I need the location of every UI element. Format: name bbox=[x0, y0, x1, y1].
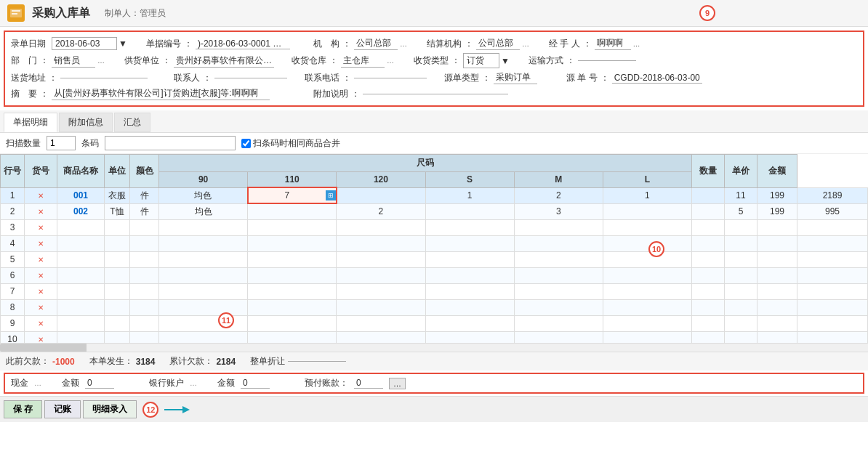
prepay-value[interactable]: 0 bbox=[354, 378, 383, 389]
receive-type-value: 订货 bbox=[463, 53, 499, 68]
badge-10: 10 bbox=[648, 241, 664, 257]
receive-type-label: 收货类型 bbox=[414, 54, 449, 67]
cell-size-110[interactable]: 2 bbox=[337, 203, 425, 219]
extra-value bbox=[363, 94, 508, 94]
row-icon-x[interactable]: ✕ bbox=[38, 240, 44, 248]
cell-size-s[interactable]: 1 bbox=[603, 187, 691, 203]
col-item-code: 货号 bbox=[25, 155, 57, 188]
cell-size-90[interactable] bbox=[248, 203, 337, 219]
cell-size-110[interactable] bbox=[337, 187, 425, 203]
handler-value: 啊啊啊 bbox=[595, 37, 631, 50]
merge-checkbox-label[interactable]: 扫条码时相同商品合并 bbox=[241, 137, 340, 150]
cell-size-120[interactable]: 1 bbox=[425, 187, 514, 203]
cell-color: 均色 bbox=[159, 203, 248, 219]
merge-checkbox[interactable] bbox=[241, 139, 251, 148]
table-row: 7 ✕ bbox=[1, 283, 868, 299]
col-row-num: 行号 bbox=[1, 155, 25, 188]
bank-amount[interactable]: 0 bbox=[241, 378, 270, 389]
svg-rect-2 bbox=[12, 13, 17, 15]
bottom-info: 此前欠款： -1000 本单发生： 3184 累计欠款： 2184 整单折让 bbox=[0, 352, 868, 370]
memo-value: 从[贵州好易事软件有限公司]订货购进[衣服]等:啊啊啊 bbox=[52, 87, 270, 100]
source-type-label: 源单类型 bbox=[444, 72, 479, 84]
row-icon-x[interactable]: ✕ bbox=[38, 256, 44, 264]
col-qty: 数量 bbox=[692, 155, 725, 188]
source-num-value: CGDD-2018-06-03-00 bbox=[612, 73, 702, 84]
source-num-label: 源 单 号 bbox=[566, 72, 598, 84]
table-row: 9 ✕ bbox=[1, 315, 868, 331]
scan-qty-label: 扫描数量 bbox=[6, 137, 41, 150]
discount-value[interactable] bbox=[288, 361, 346, 362]
row-icon-x[interactable]: ✕ bbox=[38, 192, 44, 200]
table-container: 行号 货号 商品名称 单位 颜色 尺码 数量 单价 金额 90 110 120 … bbox=[0, 154, 868, 343]
cell-unit: 件 bbox=[130, 203, 159, 219]
row-icon-x[interactable]: ✕ bbox=[38, 272, 44, 280]
cell-amount: 2189 bbox=[797, 187, 868, 203]
cell-size-200[interactable]: 2 bbox=[514, 187, 603, 203]
header-form: 录单日期 2018-06-03 ▼ 单据编号 ： )-2018-06-03-00… bbox=[4, 31, 864, 107]
tab-extra[interactable]: 附加信息 bbox=[59, 113, 113, 132]
action-bar: 保 存 记账 明细录入 12 bbox=[0, 396, 868, 422]
cell-qty: 11 bbox=[725, 187, 758, 203]
scan-barcode-label: 条码 bbox=[81, 137, 99, 150]
col-size-m: M bbox=[514, 172, 603, 188]
cash-dots[interactable]: … bbox=[34, 379, 41, 387]
col-size-l: L bbox=[603, 172, 691, 188]
badge-12: 12 bbox=[142, 402, 158, 418]
org-value: 公司总部 bbox=[354, 37, 398, 50]
form-row-2: 部 门 ： 销售员 … 供货单位 ： 贵州好易事软件有限公… 收货仓库 ： 主仓… bbox=[11, 52, 857, 70]
form-row-3: 送货地址 ： 联系人 ： 联系电话 ： 源单类型 ： 采购订单 源 单 号 ： … bbox=[11, 70, 857, 86]
cell-amount: 995 bbox=[797, 203, 868, 219]
tab-summary[interactable]: 汇总 bbox=[114, 113, 150, 132]
table-row: 4 ✕ bbox=[1, 235, 868, 251]
cell-size-90[interactable]: 7 ⊞ bbox=[248, 187, 337, 203]
table-row: 6 ✕ bbox=[1, 267, 868, 283]
col-size-s: S bbox=[425, 172, 514, 188]
prev-debt: 此前欠款： -1000 bbox=[6, 355, 75, 368]
prev-debt-value: -1000 bbox=[52, 357, 75, 367]
bank-dots[interactable]: … bbox=[190, 379, 197, 387]
contact-label: 联系人 bbox=[174, 72, 200, 84]
table-row: 8 ✕ bbox=[1, 299, 868, 315]
settle-label: 结算机构 bbox=[427, 38, 462, 50]
cell-size-200[interactable]: 3 bbox=[514, 203, 603, 219]
extra-label: 附加说明 bbox=[313, 88, 348, 100]
dept-label: 部 门 bbox=[11, 54, 37, 67]
cell-size-m[interactable] bbox=[692, 203, 725, 219]
col-item-name: 商品名称 bbox=[57, 155, 105, 188]
warehouse-label: 收货仓库 bbox=[292, 54, 326, 67]
scan-qty-input[interactable] bbox=[47, 136, 76, 150]
row-icon-x[interactable]: ✕ bbox=[38, 208, 44, 216]
table-row: 3 ✕ bbox=[1, 219, 868, 235]
col-size-90: 90 bbox=[159, 172, 248, 188]
row-icon-x[interactable]: ✕ bbox=[38, 224, 44, 232]
cell-code: 001 bbox=[57, 187, 105, 203]
detail-button[interactable]: 明细录入 bbox=[83, 400, 137, 418]
address-label: 送货地址 bbox=[11, 72, 46, 84]
scan-barcode-input[interactable] bbox=[105, 136, 236, 150]
account-button[interactable]: 记账 bbox=[44, 400, 81, 418]
row-icon-x[interactable]: ✕ bbox=[38, 304, 44, 312]
row-icon-x[interactable]: ✕ bbox=[38, 288, 44, 296]
cell-size-s[interactable] bbox=[603, 203, 691, 219]
col-amount: 金额 bbox=[758, 155, 797, 188]
merge-label: 扫条码时相同商品合并 bbox=[253, 137, 340, 150]
cell-edit-icon[interactable]: ⊞ bbox=[326, 190, 336, 200]
cell-code: 002 bbox=[57, 203, 105, 219]
tabs-bar: 单据明细 附加信息 汇总 bbox=[0, 110, 868, 133]
memo-label: 摘 要 bbox=[11, 88, 37, 100]
cash-amount[interactable]: 0 bbox=[85, 378, 114, 389]
tab-detail[interactable]: 单据明细 bbox=[4, 113, 57, 132]
row-icon-x[interactable]: ✕ bbox=[38, 320, 44, 328]
title-bar: 采购入库单 制单人：管理员 9 bbox=[0, 0, 868, 27]
doc-num-label: 单据编号 bbox=[146, 38, 181, 50]
prepay-button[interactable]: … bbox=[389, 378, 406, 389]
app-icon bbox=[7, 4, 25, 22]
scrollbar[interactable] bbox=[0, 343, 868, 352]
phone-value bbox=[354, 78, 427, 78]
row-icon-x[interactable]: ✕ bbox=[38, 336, 44, 343]
total-debt: 累计欠款： 2184 bbox=[169, 355, 236, 368]
cell-size-m[interactable] bbox=[692, 187, 725, 203]
save-button[interactable]: 保 存 bbox=[4, 400, 42, 418]
table-row: 5 ✕ bbox=[1, 251, 868, 267]
cell-size-120[interactable] bbox=[425, 203, 514, 219]
